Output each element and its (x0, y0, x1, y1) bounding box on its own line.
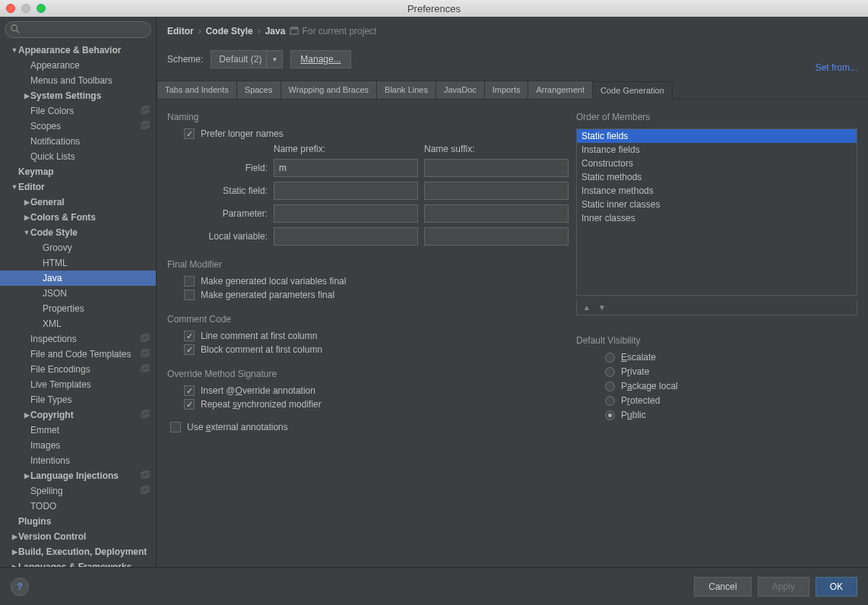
search-input[interactable] (5, 21, 151, 38)
apply-button[interactable]: Apply (758, 577, 809, 597)
tree-item-inspections[interactable]: Inspections (0, 331, 156, 347)
help-button[interactable]: ? (11, 578, 29, 596)
override-section-title: Override Method Signature (167, 369, 569, 379)
tab-tabs-and-indents[interactable]: Tabs and Indents (157, 81, 237, 99)
tree-item-build-execution-deployment[interactable]: ▶Build, Execution, Deployment (0, 544, 156, 559)
tree-item-quick-lists[interactable]: Quick Lists (0, 149, 156, 164)
tree-item-version-control[interactable]: ▶Version Control (0, 529, 156, 544)
tab-code-generation[interactable]: Code Generation (592, 81, 673, 100)
member-item-static-inner-classes[interactable]: Static inner classes (577, 198, 857, 211)
visibility-radio-2[interactable] (605, 382, 615, 391)
move-down-button[interactable]: ▼ (598, 303, 606, 312)
tree-item-file-types[interactable]: File Types (0, 392, 156, 407)
insert-override-checkbox[interactable] (184, 385, 195, 396)
tree-item-java[interactable]: Java (0, 271, 156, 286)
tree-item-properties[interactable]: Properties (0, 301, 156, 316)
member-item-inner-classes[interactable]: Inner classes (577, 211, 857, 225)
tree-item-menus-and-toolbars[interactable]: Menus and Toolbars (0, 73, 156, 88)
name-prefix-input-1[interactable] (274, 182, 418, 200)
tree-item-keymap[interactable]: Keymap (0, 164, 156, 179)
visibility-radio-0[interactable] (605, 353, 615, 363)
member-item-static-fields[interactable]: Static fields (577, 129, 857, 143)
params-final-checkbox[interactable] (184, 290, 195, 300)
tree-item-system-settings[interactable]: ▶System Settings (0, 88, 156, 103)
tree-item-intentions[interactable]: Intentions (0, 453, 156, 468)
tree-item-emmet[interactable]: Emmet (0, 423, 156, 438)
tree-item-copyright[interactable]: ▶Copyright (0, 407, 156, 423)
crumb-java[interactable]: Java (265, 26, 286, 36)
ok-button[interactable]: OK (816, 577, 857, 597)
cancel-button[interactable]: Cancel (694, 577, 751, 597)
naming-row-label: Field: (184, 163, 268, 173)
prefer-longer-names-label: Prefer longer names (201, 128, 284, 139)
name-prefix-input-2[interactable] (274, 204, 418, 223)
tree-item-language-injections[interactable]: ▶Language Injections (0, 468, 156, 483)
name-prefix-input-3[interactable] (274, 227, 418, 245)
tree-item-xml[interactable]: XML (0, 316, 156, 331)
set-from-link[interactable]: Set from... (816, 62, 857, 73)
comment-section-title: Comment Code (167, 314, 569, 325)
member-item-constructors[interactable]: Constructors (577, 157, 857, 170)
repeat-sync-checkbox[interactable] (184, 399, 195, 410)
tree-item-live-templates[interactable]: Live Templates (0, 377, 156, 392)
naming-row-label: Parameter: (184, 208, 268, 219)
tree-item-appearance-behavior[interactable]: ▼Appearance & Behavior (0, 43, 156, 58)
tree-item-todo[interactable]: TODO (0, 499, 156, 514)
order-section-title: Order of Members (576, 112, 857, 122)
settings-tree[interactable]: ▼Appearance & BehaviorAppearanceMenus an… (0, 43, 156, 567)
crumb-code-style[interactable]: Code Style (206, 26, 253, 36)
tree-item-notifications[interactable]: Notifications (0, 134, 156, 149)
tree-item-file-encodings[interactable]: File Encodings (0, 362, 156, 377)
tree-item-languages-frameworks[interactable]: ▶Languages & Frameworks (0, 559, 156, 567)
tree-item-file-and-code-templates[interactable]: File and Code Templates (0, 347, 156, 362)
external-annotations-checkbox[interactable] (170, 422, 181, 432)
crumb-editor[interactable]: Editor (167, 26, 194, 36)
visibility-radio-3[interactable] (605, 396, 615, 406)
naming-row-label: Local variable: (184, 231, 268, 242)
block-comment-checkbox[interactable] (184, 344, 195, 355)
tree-item-code-style[interactable]: ▼Code Style (0, 225, 156, 240)
chevron-down-icon: ▼ (266, 51, 277, 68)
visibility-label-2: Package local (621, 381, 678, 391)
line-comment-checkbox[interactable] (184, 331, 195, 341)
tree-item-file-colors[interactable]: File Colors (0, 103, 156, 119)
breadcrumb: Editor › Code Style › Java For current p… (157, 17, 868, 40)
tree-item-scopes[interactable]: Scopes (0, 119, 156, 134)
tree-item-plugins[interactable]: Plugins (0, 514, 156, 529)
local-vars-final-checkbox[interactable] (184, 276, 195, 287)
tree-item-groovy[interactable]: Groovy (0, 240, 156, 255)
name-suffix-input-3[interactable] (424, 227, 569, 245)
prefer-longer-names-checkbox[interactable] (184, 128, 195, 139)
tree-item-appearance[interactable]: Appearance (0, 58, 156, 73)
tab-javadoc[interactable]: JavaDoc (436, 81, 485, 99)
tree-item-images[interactable]: Images (0, 438, 156, 453)
tree-item-json[interactable]: JSON (0, 286, 156, 301)
tabs: Tabs and IndentsSpacesWrapping and Brace… (157, 81, 868, 100)
tree-item-spelling[interactable]: Spelling (0, 483, 156, 499)
name-suffix-input-2[interactable] (424, 204, 569, 223)
manage-button[interactable]: Manage... (290, 50, 350, 68)
tree-item-general[interactable]: ▶General (0, 195, 156, 210)
tree-item-editor[interactable]: ▼Editor (0, 179, 156, 195)
name-suffix-input-0[interactable] (424, 159, 569, 177)
search-icon (10, 24, 21, 34)
scheme-dropdown[interactable]: Default (2) ▼ (211, 50, 283, 68)
move-up-button[interactable]: ▲ (583, 303, 591, 312)
tree-item-html[interactable]: HTML (0, 255, 156, 271)
visibility-radio-4[interactable] (605, 410, 615, 420)
member-item-instance-fields[interactable]: Instance fields (577, 143, 857, 157)
tree-item-colors-fonts[interactable]: ▶Colors & Fonts (0, 210, 156, 225)
name-prefix-input-0[interactable] (274, 159, 418, 177)
sidebar: ▼Appearance & BehaviorAppearanceMenus an… (0, 17, 157, 567)
member-item-static-methods[interactable]: Static methods (577, 170, 857, 184)
name-suffix-input-1[interactable] (424, 182, 569, 200)
member-item-instance-methods[interactable]: Instance methods (577, 184, 857, 198)
tab-blank-lines[interactable]: Blank Lines (376, 81, 436, 99)
order-members-list[interactable]: Static fieldsInstance fieldsConstructors… (576, 128, 857, 296)
tab-imports[interactable]: Imports (484, 81, 529, 99)
tab-spaces[interactable]: Spaces (236, 81, 281, 99)
window-title: Preferences (0, 3, 868, 14)
visibility-radio-1[interactable] (605, 367, 615, 377)
tab-wrapping-and-braces[interactable]: Wrapping and Braces (280, 81, 378, 99)
tab-arrangement[interactable]: Arrangement (527, 81, 593, 99)
